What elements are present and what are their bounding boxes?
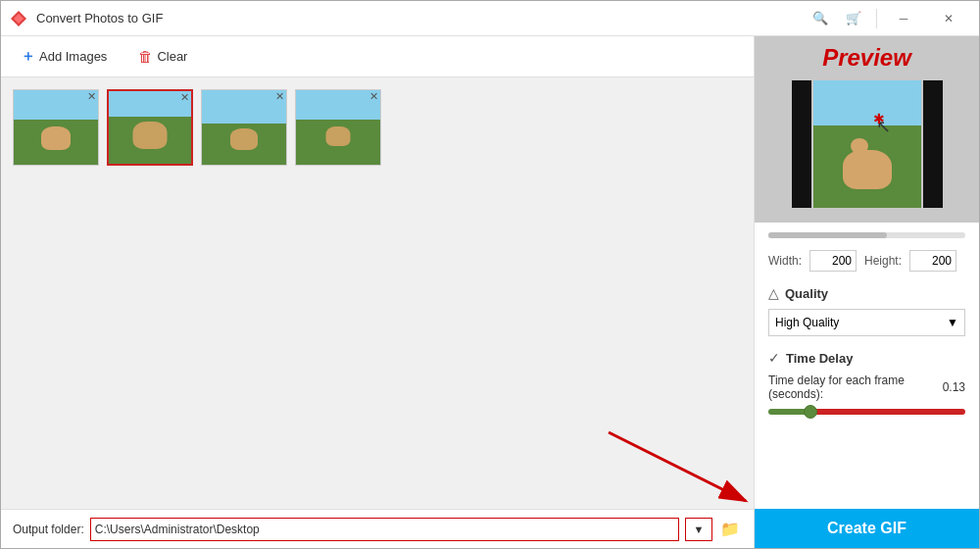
thumbnail-1[interactable]: ✕ bbox=[13, 89, 99, 166]
width-input[interactable] bbox=[809, 250, 857, 272]
preview-content: ✱ ↖ bbox=[792, 80, 943, 208]
close-button[interactable]: ✕ bbox=[926, 1, 971, 36]
right-panel: Preview ✱ ↖ bbox=[754, 36, 979, 548]
folder-icon: 📁 bbox=[720, 520, 740, 538]
app-window: Convert Photos to GIF 🔍 🛒 ─ ✕ ＋ Add Imag… bbox=[0, 0, 980, 549]
scrollbar-thumb bbox=[768, 232, 887, 238]
quality-value: High Quality bbox=[775, 316, 839, 329]
thumbnail-2[interactable]: ✕ bbox=[107, 89, 193, 166]
time-delay-value: 0.13 bbox=[943, 380, 965, 394]
preview-label: Preview bbox=[822, 44, 911, 72]
create-gif-label: Create GIF bbox=[827, 520, 906, 537]
content-area: ＋ Add Images 🗑 Clear ✕ bbox=[1, 36, 979, 548]
time-delay-title: Time Delay bbox=[786, 351, 853, 366]
time-delay-row: Time delay for each frame (seconds): 0.1… bbox=[768, 374, 965, 401]
output-path-input[interactable] bbox=[90, 518, 679, 541]
quality-header: △ Quality bbox=[768, 285, 965, 301]
time-delay-slider[interactable] bbox=[768, 409, 965, 415]
add-images-button[interactable]: ＋ Add Images bbox=[13, 43, 115, 70]
close-thumb-2[interactable]: ✕ bbox=[180, 92, 189, 103]
main-panel: ＋ Add Images 🗑 Clear ✕ bbox=[1, 36, 754, 548]
toolbar: ＋ Add Images 🗑 Clear bbox=[1, 36, 754, 77]
quality-dropdown-arrow: ▼ bbox=[947, 316, 958, 329]
time-delay-icon: ✓ bbox=[768, 350, 780, 366]
width-label: Width: bbox=[768, 254, 802, 268]
divider bbox=[876, 9, 877, 28]
scrollbar[interactable] bbox=[768, 232, 965, 238]
time-delay-header: ✓ Time Delay bbox=[768, 350, 965, 366]
quality-dropdown[interactable]: High Quality ▼ bbox=[768, 309, 965, 336]
preview-side-left bbox=[792, 80, 811, 208]
app-logo bbox=[9, 9, 28, 28]
bottom-bar: Output folder: ▼ 📁 bbox=[1, 509, 754, 548]
slider-thumb bbox=[804, 405, 817, 419]
create-gif-button[interactable]: Create GIF bbox=[755, 509, 979, 548]
plus-icon: ＋ bbox=[21, 47, 35, 66]
time-delay-desc: Time delay for each frame (seconds): bbox=[768, 374, 939, 401]
height-input[interactable] bbox=[909, 250, 956, 272]
thumbnail-3[interactable]: ✕ bbox=[201, 89, 287, 166]
output-dropdown-button[interactable]: ▼ bbox=[685, 518, 712, 541]
close-thumb-3[interactable]: ✕ bbox=[275, 91, 284, 102]
browse-folder-button[interactable]: 📁 bbox=[718, 518, 742, 541]
trash-icon: 🗑 bbox=[138, 48, 153, 65]
dropdown-arrow-icon: ▼ bbox=[694, 524, 705, 535]
preview-area: Preview ✱ ↖ bbox=[755, 36, 979, 223]
quality-icon: △ bbox=[768, 285, 779, 301]
dog-shape bbox=[843, 150, 892, 189]
window-title: Convert Photos to GIF bbox=[36, 11, 806, 25]
time-delay-section: ✓ Time Delay Time delay for each frame (… bbox=[768, 350, 965, 415]
clear-button[interactable]: 🗑 Clear bbox=[130, 44, 195, 69]
close-thumb-4[interactable]: ✕ bbox=[369, 91, 378, 102]
size-row: Width: Height: bbox=[768, 250, 965, 272]
preview-side-right bbox=[923, 80, 943, 208]
cart-btn[interactable]: 🛒 bbox=[839, 1, 868, 36]
height-label: Height: bbox=[864, 254, 902, 268]
settings-panel: Width: Height: △ Quality High Quality ▼ bbox=[755, 223, 979, 509]
search-btn[interactable]: 🔍 bbox=[806, 1, 835, 36]
minimize-button[interactable]: ─ bbox=[881, 1, 926, 36]
quality-title: Quality bbox=[785, 286, 828, 301]
output-folder-label: Output folder: bbox=[13, 523, 84, 536]
star-marker: ✱ bbox=[873, 111, 885, 126]
images-area: ✕ ✕ ✕ bbox=[1, 77, 754, 509]
add-images-label: Add Images bbox=[39, 49, 107, 64]
thumbnail-4[interactable]: ✕ bbox=[295, 89, 381, 166]
preview-image: ✱ ↖ bbox=[813, 80, 921, 208]
close-thumb-1[interactable]: ✕ bbox=[87, 91, 96, 102]
titlebar: Convert Photos to GIF 🔍 🛒 ─ ✕ bbox=[1, 1, 979, 36]
clear-label: Clear bbox=[157, 49, 187, 64]
